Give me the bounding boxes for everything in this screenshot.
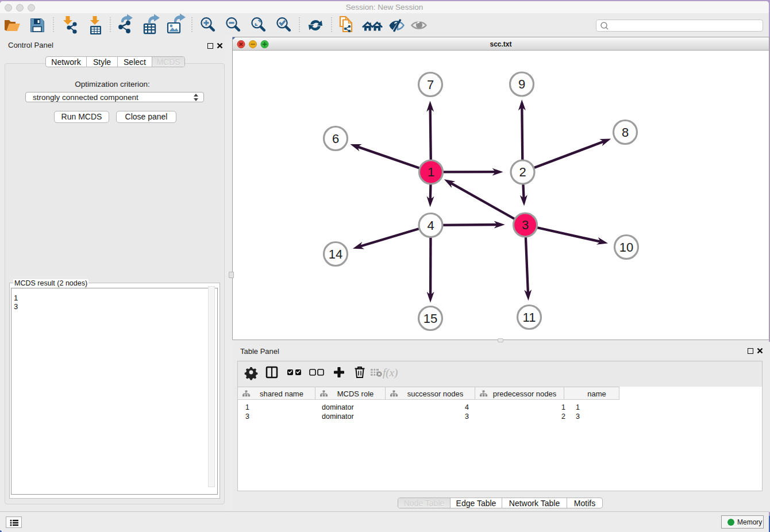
svg-text:11: 11 [523,310,536,325]
svg-text:6: 6 [332,132,339,146]
svg-text:9: 9 [518,77,525,91]
svg-text:1: 1 [428,165,434,179]
svg-text:4: 4 [427,218,434,233]
svg-text:7: 7 [427,78,434,92]
svg-text:10: 10 [619,240,633,255]
svg-text:f(x): f(x) [383,367,398,379]
svg-text:8: 8 [622,125,629,140]
svg-text:3: 3 [522,218,529,232]
svg-text:14: 14 [329,247,342,261]
svg-text:15: 15 [424,311,437,326]
svg-text:2: 2 [519,165,526,179]
